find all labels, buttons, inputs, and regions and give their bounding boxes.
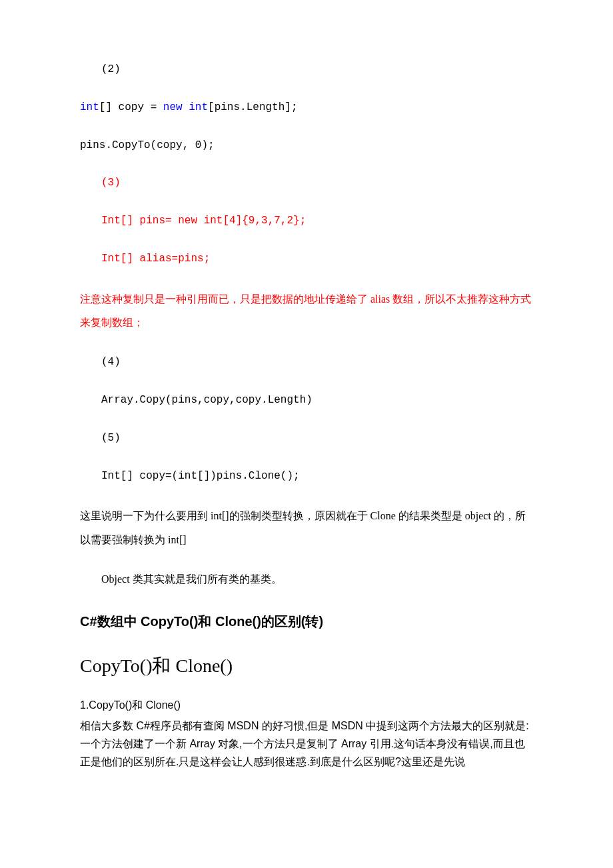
code-line-4a: Array.Copy(pins,copy,copy.Length): [80, 391, 533, 410]
code-line-3a: Int[] pins= new int[4]{9,3,7,2};: [80, 211, 533, 231]
code-line-2b: pins.CopyTo(copy, 0);: [80, 136, 533, 155]
keyword-new: new: [163, 101, 183, 113]
item-number-5: (5): [80, 429, 533, 448]
item-number-4: (4): [80, 353, 533, 372]
code-line-5a: Int[] copy=(int[])pins.Clone();: [80, 467, 533, 486]
item-number-3: (3): [80, 173, 533, 193]
note-paragraph-3: 注意这种复制只是一种引用而已，只是把数据的地址传递给了 alias 数组，所以不…: [80, 287, 533, 334]
document-page: (2) int[] copy = new int[pins.Length]; p…: [0, 0, 613, 811]
item-number-2: (2): [80, 60, 533, 79]
code-text: [pins.Length];: [208, 101, 297, 113]
keyword-int: int: [189, 101, 208, 113]
code-text: [] copy =: [99, 101, 163, 113]
heading-level-3: C#数组中 CopyTo()和 Clone()的区别(转): [80, 609, 533, 633]
section-paragraph-2: 相信大多数 C#程序员都有查阅 MSDN 的好习惯,但是 MSDN 中提到这两个…: [80, 717, 533, 771]
note-paragraph-5c: Object 类其实就是我们所有类的基类。: [80, 570, 533, 589]
code-text: [183, 101, 189, 113]
code-line-2a: int[] copy = new int[pins.Length];: [80, 98, 533, 117]
note-paragraph-5b: 这里说明一下为什么要用到 int[]的强制类型转换，原因就在于 Clone 的结…: [80, 504, 533, 551]
section-line-1: 1.CopyTo()和 Clone(): [80, 696, 533, 714]
keyword-int: int: [80, 101, 99, 113]
code-line-3b: Int[] alias=pins;: [80, 249, 533, 269]
heading-level-2: CopyTo()和 Clone(): [80, 649, 533, 683]
